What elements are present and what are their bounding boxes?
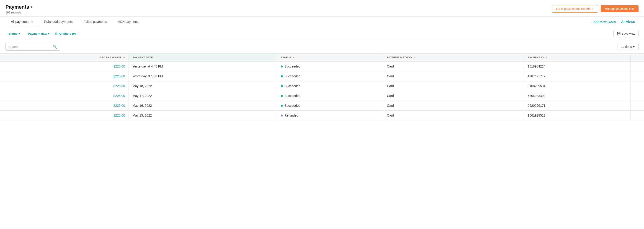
cell-method-3: Card [383,91,524,101]
cell-status-5: Refunded [277,111,383,120]
payment-id-sort-icon: ⇅ [545,56,547,59]
cell-date-5: May 15, 2022 [129,111,277,120]
cell-amount-5: $225.00 [0,111,129,120]
status-text-4: Succeeded [284,104,300,107]
manage-payment-links-label: Manage payment links [605,7,634,11]
filter-icon: ⚙ [55,32,58,35]
col-gross-amount[interactable]: GROSS AMOUNT ⇅ [0,54,129,62]
payment-date-filter-chevron-icon: ▾ [48,32,50,35]
tab-ach-payments-label: ACH payments [118,20,139,24]
cell-amount-4: $225.00 [0,101,129,111]
cell-id-5: 1661928513 [524,111,630,120]
amount-link-2[interactable]: $225.00 [114,84,125,88]
status-dot-3 [281,95,283,97]
tab-all-payments[interactable]: All payments ✕ [6,17,38,27]
cell-date-3: May 17, 2022 [129,91,277,101]
tab-ach-payments[interactable]: ACH payments [112,17,145,27]
manage-payment-links-button[interactable]: Manage payment links [601,5,638,12]
payment-date-filter-button[interactable]: Payment date ▾ [25,30,53,37]
status-filter-button[interactable]: Status ▾ [6,30,23,37]
table-row: $225.00 May 15, 2022 Refunded Card 16619… [0,111,644,120]
cell-status-4: Succeeded [277,101,383,111]
cell-row-actions-2 [630,81,644,91]
page-title: Payments ▾ [6,4,32,10]
cell-id-1: 1207421742 [524,71,630,81]
goto-payouts-label: Go to payouts and reports [556,7,590,11]
actions-button[interactable]: Actions ▾ [618,43,638,50]
all-filters-button[interactable]: ⚙ All filters (0) [55,32,76,35]
table-row: $225.00 May 16, 2022 Succeeded Card 0620… [0,101,644,111]
title-block: Payments ▾ 162 records [6,4,32,14]
cell-id-2: 0168209534 [524,81,630,91]
save-view-button[interactable]: 💾 Save view [614,30,638,37]
cell-method-1: Card [383,71,524,81]
all-filters-label: All filters (0) [58,32,76,35]
tabs-bar: All payments ✕ Refunded payments Failed … [0,17,644,27]
cell-status-0: Succeeded [277,62,383,71]
cell-method-5: Card [383,111,524,120]
col-payment-method[interactable]: PAYMENT METHOD ⇅ [383,54,524,62]
cell-id-0: 1618954224 [524,62,630,71]
search-box[interactable]: 🔍 [6,43,60,51]
save-view-icon: 💾 [617,32,620,35]
tab-failed-payments[interactable]: Failed payments [78,17,112,27]
col-payment-id[interactable]: PAYMENT ID ⇅ [524,54,630,62]
cell-method-2: Card [383,81,524,91]
tab-close-icon[interactable]: ✕ [31,20,33,23]
cell-id-3: 6804983499 [524,91,630,101]
search-icon: 🔍 [53,45,57,49]
status-text-2: Succeeded [284,84,300,88]
payment-method-sort-icon: ⇅ [414,56,415,59]
cell-status-3: Succeeded [277,91,383,101]
external-link-icon: ↗ [592,7,594,10]
col-actions-empty [630,54,644,62]
add-view-label: + Add view (4/50) [591,20,616,24]
amount-link-4[interactable]: $225.00 [114,104,125,107]
amount-link-0[interactable]: $225.00 [114,65,125,68]
status-dot-0 [281,66,283,68]
tab-refunded-payments[interactable]: Refunded payments [38,17,78,27]
col-status[interactable]: STATUS ⇅ [277,54,383,62]
cell-status-1: Succeeded [277,71,383,81]
filter-group: Status ▾ Payment date ▾ ⚙ All filters (0… [6,30,76,37]
table-row: $225.00 Yesterday at 1:50 PM Succeeded C… [0,71,644,81]
record-count: 162 records [6,11,32,14]
status-dot-2 [281,85,283,87]
table-container: GROSS AMOUNT ⇅ PAYMENT DATE ↓ STATUS ⇅ P… [0,53,644,120]
cell-amount-2: $225.00 [0,81,129,91]
status-filter-label: Status [8,32,18,35]
actions-label: Actions [622,45,632,49]
status-dot-1 [281,75,283,77]
amount-link-1[interactable]: $225.00 [114,74,125,78]
add-view-button[interactable]: + Add view (4/50) [589,17,618,27]
table-row: $225.00 May 18, 2022 Succeeded Card 0168… [0,81,644,91]
goto-payouts-button[interactable]: Go to payouts and reports ↗ [552,5,598,13]
title-chevron-icon[interactable]: ▾ [30,5,32,9]
cell-id-4: 0620266171 [524,101,630,111]
amount-link-5[interactable]: $225.00 [114,114,125,117]
amount-link-3[interactable]: $225.00 [114,94,125,98]
cell-date-4: May 16, 2022 [129,101,277,111]
payment-date-filter-label: Payment date [28,32,48,35]
status-filter-chevron-icon: ▾ [18,32,20,35]
all-views-button[interactable]: All views [618,17,638,27]
col-payment-date[interactable]: PAYMENT DATE ↓ [129,54,277,62]
cell-method-0: Card [383,62,524,71]
all-views-label: All views [621,20,635,24]
payments-table: GROSS AMOUNT ⇅ PAYMENT DATE ↓ STATUS ⇅ P… [0,53,644,120]
search-input[interactable] [8,45,51,49]
tab-all-payments-label: All payments [11,20,29,24]
status-dot-4 [281,105,283,107]
cell-amount-1: $225.00 [0,71,129,81]
actions-chevron-icon: ▾ [633,45,635,49]
cell-row-actions-4 [630,101,644,111]
save-view-label: Save view [622,32,635,35]
table-row: $225.00 May 17, 2022 Succeeded Card 6804… [0,91,644,101]
tab-refunded-payments-label: Refunded payments [44,20,72,24]
status-sort-icon: ⇅ [293,56,295,59]
cell-row-actions-5 [630,111,644,120]
table-row: $225.00 Yesterday at 4:48 PM Succeeded C… [0,62,644,71]
cell-date-0: Yesterday at 4:48 PM [129,62,277,71]
page-header: Payments ▾ 162 records Go to payouts and… [0,0,644,17]
status-dot-5 [281,115,283,117]
